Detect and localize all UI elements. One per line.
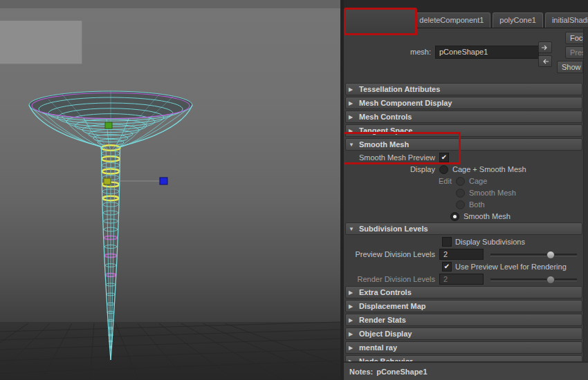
display-subdivisions-checkbox[interactable] [442,237,452,247]
collapsed-arrow-icon: ▶ [349,345,355,351]
collapsed-arrow-icon: ▶ [349,86,355,93]
input-connection-icon[interactable] [538,41,552,53]
smooth-mesh-preview-row: Smooth Mesh Preview ✔ [345,152,582,163]
render-division-levels-row: Render Division Levels 2 [345,273,582,285]
slider-track [490,254,577,256]
preview-division-levels-row: Preview Division Levels 2 [345,248,582,260]
edit-smooth-mesh-radio[interactable] [456,189,465,198]
render-division-levels-label: Render Division Levels [345,275,439,283]
collapsed-arrow-icon: ▶ [349,303,355,310]
expanded-arrow-icon: ▼ [349,226,355,232]
viewport-panel[interactable] [0,0,340,380]
section-label: Subdivision Levels [359,225,428,233]
attribute-editor-panel: pConeShape1 deleteComponent1 polyCone1 i… [344,0,588,380]
collapsed-arrow-icon: ▶ [349,317,355,323]
section-object-display[interactable]: ▶ Object Display [345,327,582,340]
notes-value: pConeShape1 [376,368,427,376]
render-division-levels-field[interactable]: 2 [439,274,484,285]
notes-bar: Notes: pConeShape1 [344,361,588,380]
collapsed-arrow-icon: ▶ [349,128,355,134]
slider-knob[interactable] [546,276,555,284]
section-render-stats[interactable]: ▶ Render Stats [345,314,582,326]
edit-cage-radio[interactable] [456,177,465,186]
section-label: Smooth Mesh [359,140,409,149]
blue-manipulator-handle[interactable] [160,178,167,184]
display-subdivisions-label: Display Subdivisions [455,238,525,246]
section-mesh-controls[interactable]: ▶ Mesh Controls [345,111,582,123]
edit-smooth-mesh-label: Smooth Mesh [469,189,516,197]
edit-both-label: Both [469,200,485,209]
section-label: Mesh Controls [359,113,412,121]
section-tessellation-attributes[interactable]: ▶ Tessellation Attributes [345,83,582,95]
edit-both-row: Both [345,199,582,210]
collapsed-arrow-icon: ▶ [349,100,355,106]
smooth-mesh-preview-label: Smooth Mesh Preview [345,153,439,162]
display-subdivisions-row: Display Subdivisions [345,236,582,247]
preview-division-levels-slider[interactable] [490,250,577,258]
collapsed-arrow-icon: ▶ [349,289,355,296]
panel-scrollbar[interactable] [583,29,588,362]
preview-division-levels-label: Preview Division Levels [345,250,439,258]
use-preview-level-checkbox[interactable]: ✔ [442,262,452,272]
tab-pconeshape1[interactable]: pConeShape1 [348,12,410,28]
edit-label: Edit [345,177,456,185]
display-label: Display [345,165,439,173]
section-mental-ray[interactable]: ▶ mental ray [345,341,582,354]
mesh-label: mesh: [384,48,431,56]
section-displacement-map[interactable]: ▶ Displacement Map [345,300,582,312]
smooth-mesh-selected-label: Smooth Mesh [463,212,511,220]
section-tangent-space[interactable]: ▶ Tangent Space [345,124,582,137]
edit-smooth-mesh-row: Smooth Mesh [345,187,582,198]
cage-smooth-mesh-radio[interactable] [439,165,448,174]
notes-label: Notes: [349,368,373,376]
section-label: Object Display [359,330,412,338]
section-label: Tessellation Attributes [359,85,440,93]
section-label: Tangent Space [359,126,412,135]
attribute-sections: ▶ Tessellation Attributes ▶ Mesh Compone… [345,83,582,369]
expanded-arrow-icon: ▼ [349,142,355,148]
preview-division-levels-field[interactable]: 2 [439,249,484,260]
wireframe-cone-canvas [0,0,340,380]
section-mesh-component-display[interactable]: ▶ Mesh Component Display [345,97,582,109]
tab-polycone1[interactable]: polyCone1 [493,12,543,28]
render-division-levels-slider[interactable] [490,275,577,283]
edit-both-radio[interactable] [456,200,465,209]
node-header-area: mesh: pConeShape1 Focus Preset Show H [344,28,588,83]
radio-dot [453,215,457,218]
tab-strip: pConeShape1 deleteComponent1 polyCone1 i… [344,0,588,28]
section-label: Displacement Map [359,302,426,310]
output-connection-icon[interactable] [538,55,552,67]
smooth-mesh-preview-checkbox[interactable]: ✔ [439,153,449,162]
use-preview-level-row: ✔ Use Preview Level for Rendering [345,261,582,272]
slider-knob[interactable] [546,251,555,259]
use-preview-level-label: Use Preview Level for Rendering [455,263,567,271]
mesh-name-field[interactable]: pConeShape1 [435,46,539,59]
yellow-vertex-handle[interactable] [104,178,111,184]
tab-deletecomponent1[interactable]: deleteComponent1 [412,12,490,28]
section-smooth-mesh[interactable]: ▼ Smooth Mesh [345,138,582,151]
edit-cage-label: Cage [469,177,487,185]
section-label: Render Stats [359,316,406,324]
section-label: mental ray [359,343,397,352]
section-subdivision-levels[interactable]: ▼ Subdivision Levels [345,222,582,235]
check-icon: ✔ [441,154,447,161]
maya-window: pConeShape1 deleteComponent1 polyCone1 i… [0,0,588,380]
section-label: Extra Controls [359,288,412,296]
edit-cage-row: Edit Cage [345,175,582,187]
smooth-mesh-selected-row: Smooth Mesh [345,211,582,222]
check-icon: ✔ [444,263,450,270]
collapsed-arrow-icon: ▶ [349,114,355,120]
smooth-mesh-radio-selected[interactable] [450,212,459,221]
slider-track [490,278,577,281]
section-extra-controls[interactable]: ▶ Extra Controls [345,286,582,298]
collapsed-arrow-icon: ▶ [349,331,355,337]
section-label: Mesh Component Display [359,99,452,107]
cage-smooth-mesh-label: Cage + Smooth Mesh [452,165,526,173]
display-mode-row: Display Cage + Smooth Mesh [345,164,582,175]
tab-initialshadinggroup[interactable]: initialShadingGroup [545,12,588,28]
green-vertex-handle[interactable] [105,122,112,129]
